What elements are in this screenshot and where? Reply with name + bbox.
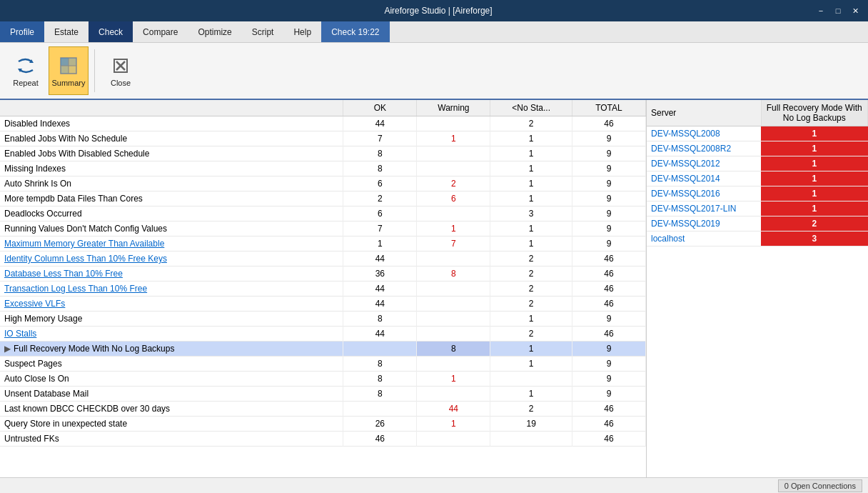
right-server-cell[interactable]: DEV-MSSQL2014: [647, 171, 761, 186]
repeat-button[interactable]: Repeat: [6, 46, 46, 95]
table-cell-total: 9: [572, 161, 645, 176]
table-row[interactable]: Unsent Database Mail: [0, 387, 343, 402]
minimize-button[interactable]: −: [814, 4, 828, 17]
table-cell-nostat: 1: [490, 236, 572, 252]
table-cell-ok: 44: [343, 252, 417, 267]
repeat-icon: [14, 54, 37, 77]
table-cell-nostat: 1: [490, 161, 572, 176]
right-value-cell[interactable]: 1: [761, 186, 868, 201]
table-cell-total: 9: [572, 236, 645, 252]
table-cell-total: 9: [572, 146, 645, 161]
table-cell-nostat: 1: [490, 357, 572, 372]
summary-button[interactable]: Summary: [49, 46, 89, 95]
col-name-header: [0, 100, 343, 116]
table-cell-warning: 1: [417, 131, 490, 146]
table-cell-total: 46: [572, 116, 645, 131]
main-table: OK Warning <No Sta... TOTAL Disabled Ind…: [0, 100, 646, 447]
table-row[interactable]: Query Store in unexpected state: [0, 417, 343, 432]
table-cell-warning: [417, 206, 490, 221]
right-server-cell[interactable]: DEV-MSSQL2019: [647, 216, 761, 231]
right-value-cell[interactable]: 1: [761, 156, 868, 171]
table-row[interactable]: High Memory Usage: [0, 312, 343, 327]
table-row[interactable]: Suspect Pages: [0, 357, 343, 372]
col-warning-header: Warning: [417, 100, 490, 116]
table-row[interactable]: Running Values Don't Match Config Values: [0, 221, 343, 236]
table-cell-total: 9: [572, 206, 645, 221]
table-cell-nostat: 2: [490, 267, 572, 282]
table-cell-nostat: 1: [490, 131, 572, 146]
menu-compare[interactable]: Compare: [133, 21, 188, 42]
table-cell-nostat: [490, 372, 572, 387]
table-row[interactable]: Excessive VLFs: [0, 297, 343, 312]
table-cell-ok: 26: [343, 417, 417, 432]
table-row[interactable]: Maximum Memory Greater Than Available: [0, 236, 343, 252]
menu-optimize[interactable]: Optimize: [188, 21, 241, 42]
left-table-wrap[interactable]: OK Warning <No Sta... TOTAL Disabled Ind…: [0, 100, 646, 477]
table-cell-ok: 7: [343, 131, 417, 146]
table-cell-warning: 6: [417, 191, 490, 206]
table-cell-total: 9: [572, 357, 645, 372]
right-server-cell[interactable]: localhost: [647, 231, 761, 246]
table-cell-nostat: [490, 432, 572, 447]
right-panel: Server Full Recovery Mode With No Log Ba…: [647, 100, 868, 477]
right-server-cell[interactable]: DEV-MSSQL2008R2: [647, 141, 761, 156]
right-value-cell[interactable]: 1: [761, 126, 868, 141]
table-row[interactable]: Auto Shrink Is On: [0, 176, 343, 191]
menu-script[interactable]: Script: [242, 21, 284, 42]
maximize-button[interactable]: □: [831, 4, 845, 17]
table-cell-ok: 8: [343, 146, 417, 161]
close-window-button[interactable]: ✕: [848, 4, 862, 17]
right-server-cell[interactable]: DEV-MSSQL2008: [647, 126, 761, 141]
table-cell-nostat: 2: [490, 282, 572, 297]
right-server-cell[interactable]: DEV-MSSQL2016: [647, 186, 761, 201]
table-row[interactable]: Identity Column Less Than 10% Free Keys: [0, 252, 343, 267]
table-row[interactable]: IO Stalls: [0, 327, 343, 342]
menu-check[interactable]: Check: [89, 21, 133, 42]
table-row[interactable]: Untrusted FKs: [0, 432, 343, 447]
table-cell-warning: [417, 146, 490, 161]
title-bar-title: Aireforge Studio | [Aireforge]: [63, 6, 814, 16]
table-cell-total: 46: [572, 402, 645, 417]
table-row[interactable]: More tempdb Data Files Than Cores: [0, 191, 343, 206]
table-cell-nostat: 1: [490, 221, 572, 236]
table-cell-nostat: 1: [490, 146, 572, 161]
close-icon: [109, 54, 132, 77]
table-row[interactable]: Missing Indexes: [0, 161, 343, 176]
right-value-cell[interactable]: 2: [761, 216, 868, 231]
table-cell-warning: 1: [417, 221, 490, 236]
summary-icon: [57, 54, 80, 77]
right-value-cell[interactable]: 1: [761, 141, 868, 156]
table-row[interactable]: Transaction Log Less Than 10% Free: [0, 282, 343, 297]
table-cell-warning: [417, 252, 490, 267]
table-row[interactable]: Last known DBCC CHECKDB over 30 days: [0, 402, 343, 417]
toolbar: Repeat Summary Close: [0, 43, 868, 100]
table-cell-ok: [343, 402, 417, 417]
menu-help[interactable]: Help: [283, 21, 321, 42]
col-ok-header: OK: [343, 100, 417, 116]
right-table-wrap[interactable]: Server Full Recovery Mode With No Log Ba…: [647, 100, 868, 477]
table-row[interactable]: Disabled Indexes: [0, 116, 343, 131]
table-row[interactable]: Enabled Jobs With Disabled Schedule: [0, 146, 343, 161]
menu-check-time[interactable]: Check 19:22: [321, 21, 389, 42]
table-cell-ok: 44: [343, 327, 417, 342]
menu-profile[interactable]: Profile: [0, 21, 44, 42]
table-row[interactable]: Enabled Jobs With No Schedule: [0, 131, 343, 146]
svg-rect-5: [61, 66, 69, 74]
right-value-cell[interactable]: 1: [761, 171, 868, 186]
table-cell-nostat: 1: [490, 387, 572, 402]
menu-estate[interactable]: Estate: [44, 21, 89, 42]
table-row[interactable]: ▶Full Recovery Mode With No Log Backups: [0, 342, 343, 357]
right-value-cell[interactable]: 1: [761, 201, 868, 216]
svg-rect-6: [69, 66, 76, 74]
right-value-cell[interactable]: 3: [761, 231, 868, 246]
table-row[interactable]: Auto Close Is On: [0, 372, 343, 387]
close-button[interactable]: Close: [101, 46, 141, 95]
connections-status: 0 Open Connections: [778, 479, 862, 492]
right-server-cell[interactable]: DEV-MSSQL2012: [647, 156, 761, 171]
table-cell-warning: [417, 432, 490, 447]
table-row[interactable]: Deadlocks Occurred: [0, 206, 343, 221]
table-row[interactable]: Database Less Than 10% Free: [0, 267, 343, 282]
right-server-cell[interactable]: DEV-MSSQL2017-LIN: [647, 201, 761, 216]
table-cell-ok: 6: [343, 206, 417, 221]
table-cell-warning: [417, 116, 490, 131]
